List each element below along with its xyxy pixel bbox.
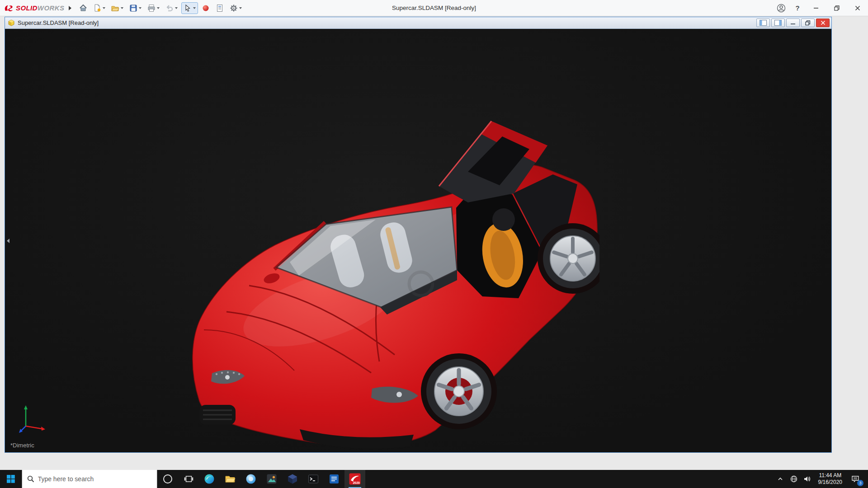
- open-dropdown-icon[interactable]: [121, 7, 123, 9]
- supercar-model[interactable]: [186, 117, 599, 450]
- titlebar-right: ?: [773, 0, 868, 16]
- view-orientation-label: *Dimetric: [10, 442, 34, 449]
- taskbar-apps: 2020: [157, 470, 365, 488]
- terminal-button[interactable]: [303, 470, 324, 488]
- doc-minimize-button[interactable]: [786, 19, 800, 27]
- home-button[interactable]: [77, 2, 90, 14]
- headrest: [492, 208, 515, 231]
- taskbar: 2020 11:44 AM 9/16/2020 3: [0, 470, 868, 488]
- help-button[interactable]: ?: [789, 0, 806, 16]
- front-wheel: [426, 359, 491, 424]
- edit-appearance-icon: [202, 4, 210, 12]
- new-document-dropdown-icon[interactable]: [103, 7, 105, 9]
- document-controls: [756, 19, 830, 27]
- display-pane-left-button[interactable]: [756, 19, 770, 27]
- tray-overflow-button[interactable]: [774, 470, 787, 488]
- office-document-icon: [329, 474, 340, 484]
- edit-appearance-button[interactable]: [199, 2, 212, 14]
- close-icon: [855, 5, 860, 11]
- display-pane-right-icon: [774, 20, 782, 26]
- task-view-icon: [184, 474, 193, 483]
- globe-icon: [790, 475, 797, 483]
- app-restore-button[interactable]: [826, 0, 847, 16]
- app-minimize-button[interactable]: [806, 0, 826, 16]
- chevron-up-icon: [777, 476, 783, 482]
- file-properties-button[interactable]: [213, 2, 226, 14]
- new-document-button[interactable]: [91, 2, 108, 14]
- notification-badge: 3: [857, 480, 863, 486]
- open-button[interactable]: [109, 2, 126, 14]
- volume-button[interactable]: [801, 470, 814, 488]
- undo-icon: [165, 4, 174, 12]
- help-icon: ?: [795, 4, 799, 12]
- doc-minimize-icon: [790, 20, 796, 26]
- speaker-icon: [803, 475, 811, 483]
- save-dropdown-icon[interactable]: [139, 7, 142, 9]
- photos-button[interactable]: [261, 470, 282, 488]
- edge-icon: [204, 474, 215, 484]
- brand-solid: SOLID: [16, 4, 38, 12]
- edge-button[interactable]: [199, 470, 220, 488]
- save-button[interactable]: [127, 2, 144, 14]
- taskbar-clock[interactable]: 11:44 AM 9/16/2020: [814, 472, 846, 486]
- print-icon: [147, 4, 156, 12]
- display-pane-left-icon: [760, 20, 767, 26]
- file-explorer-icon: [225, 474, 236, 484]
- cortana-button[interactable]: [157, 470, 178, 488]
- print-button[interactable]: [145, 2, 162, 14]
- photos-icon: [266, 474, 277, 484]
- brand-expand-arrow-icon[interactable]: [69, 6, 71, 10]
- office-document-button[interactable]: [324, 470, 344, 488]
- browser-button[interactable]: [241, 470, 261, 488]
- system-tray: 11:44 AM 9/16/2020 3: [774, 470, 868, 488]
- app-titlebar: SOLIDWORKS: [0, 0, 868, 16]
- chevron-left-icon: [7, 239, 9, 243]
- solidworks-logo: SOLIDWORKS: [4, 4, 64, 12]
- open-folder-icon: [111, 4, 119, 12]
- solidworks-cube-button[interactable]: [282, 470, 303, 488]
- doc-close-button[interactable]: [816, 19, 830, 27]
- options-button[interactable]: [227, 2, 244, 14]
- home-icon: [79, 4, 87, 12]
- document-window: Supercar.SLDASM [Read-only]: [5, 17, 832, 453]
- clock-date: 9/16/2020: [818, 479, 842, 486]
- windows-logo-icon: [7, 475, 15, 483]
- save-icon: [129, 4, 137, 12]
- assembly-icon: [8, 19, 15, 27]
- search-input[interactable]: [38, 475, 152, 483]
- account-button[interactable]: [773, 0, 789, 16]
- network-button[interactable]: [787, 470, 801, 488]
- undo-button[interactable]: [163, 2, 180, 14]
- select-button[interactable]: [181, 2, 198, 14]
- browser-icon: [245, 474, 256, 484]
- feature-panel-collapse-button[interactable]: [5, 231, 11, 251]
- search-icon: [27, 475, 34, 483]
- file-explorer-button[interactable]: [220, 470, 241, 488]
- minimize-icon: [813, 5, 819, 11]
- select-cursor-icon: [184, 4, 192, 12]
- dassault-3ds-icon: [4, 4, 14, 12]
- taskbar-search[interactable]: [22, 470, 157, 488]
- task-view-button[interactable]: [178, 470, 199, 488]
- cortana-icon: [163, 474, 172, 483]
- screen: SOLIDWORKS: [0, 0, 868, 488]
- start-button[interactable]: [0, 470, 22, 488]
- document-title: Supercar.SLDASM [Read-only]: [18, 19, 99, 26]
- doc-close-icon: [821, 20, 826, 25]
- orientation-triad: [17, 401, 50, 434]
- doc-restore-button[interactable]: [801, 19, 815, 27]
- select-dropdown-icon[interactable]: [193, 7, 196, 9]
- document-titlebar[interactable]: Supercar.SLDASM [Read-only]: [5, 17, 831, 29]
- display-pane-right-button[interactable]: [771, 19, 785, 27]
- options-dropdown-icon[interactable]: [239, 7, 242, 9]
- app-close-button[interactable]: [847, 0, 868, 16]
- solidworks-2020-button[interactable]: 2020: [344, 470, 365, 488]
- action-center-button[interactable]: 3: [846, 470, 864, 488]
- solidworks-2020-icon: 2020: [349, 473, 361, 485]
- solidworks-version-label: 2020: [353, 481, 360, 484]
- undo-dropdown-icon[interactable]: [175, 7, 178, 9]
- print-dropdown-icon[interactable]: [157, 7, 160, 9]
- viewport-3d[interactable]: *Dimetric: [5, 29, 831, 452]
- app-window-title: Supercar.SLDASM [Read-only]: [392, 5, 476, 11]
- file-properties-icon: [216, 4, 224, 12]
